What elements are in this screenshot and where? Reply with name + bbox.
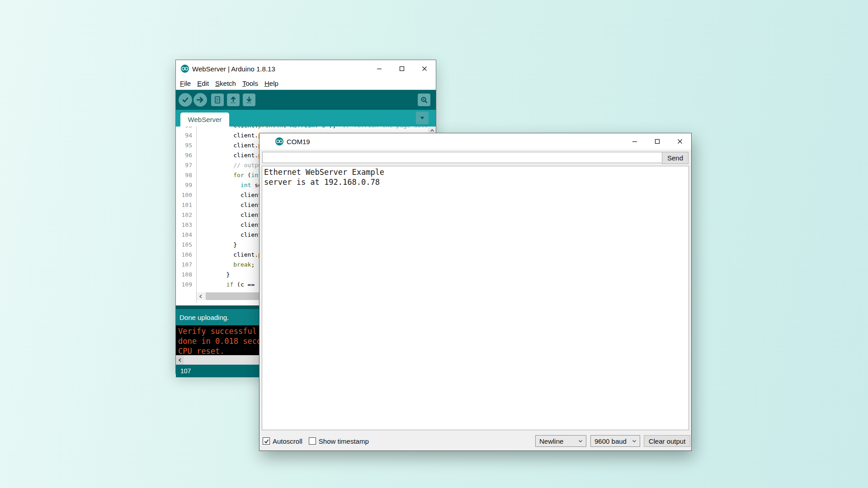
checkbox-unchecked[interactable] <box>309 437 316 445</box>
line-number: 99 <box>176 180 196 190</box>
arrow-down-icon <box>245 95 254 104</box>
arduino-logo-icon <box>275 137 284 146</box>
new-sketch-button[interactable] <box>211 94 224 106</box>
menu-tools[interactable]: Tools <box>239 80 261 87</box>
show-timestamp-checkbox[interactable]: Show timestamp <box>309 437 369 445</box>
menu-edit[interactable]: Edit <box>194 80 212 87</box>
serial-bottom-bar: Autoscroll Show timestamp Newline 9600 b… <box>259 432 691 450</box>
send-row: Send <box>259 150 691 166</box>
line-number: 102 <box>176 210 196 220</box>
checkbox-checked[interactable] <box>263 437 270 445</box>
maximize-button[interactable] <box>391 60 413 77</box>
chevron-left-icon <box>177 357 183 363</box>
line-number: 103 <box>176 220 196 230</box>
autoscroll-checkbox[interactable]: Autoscroll <box>263 437 302 445</box>
maximize-button[interactable] <box>646 133 669 150</box>
line-number: 100 <box>176 190 196 200</box>
open-sketch-button[interactable] <box>227 94 240 106</box>
code-text: client.println("Refresh: 5"); // refresh… <box>196 127 436 131</box>
line-ending-select[interactable]: Newline <box>535 435 586 447</box>
line-number: 93 <box>176 127 196 131</box>
line-number: 106 <box>176 250 196 260</box>
tabbar: WebServer <box>176 110 436 127</box>
serial-input[interactable] <box>262 152 663 163</box>
arrow-right-icon <box>196 95 205 104</box>
desktop: WebServer | Arduino 1.8.13 File Edit Ske… <box>0 0 868 488</box>
serial-monitor-button[interactable] <box>418 94 430 106</box>
line-number: 97 <box>176 160 196 170</box>
code-text: break; <box>196 260 255 270</box>
chevron-left-icon <box>198 294 203 299</box>
status-text: Done uploading. <box>179 314 229 321</box>
upload-button[interactable] <box>193 93 207 107</box>
minimize-button[interactable] <box>368 60 391 77</box>
line-number: 105 <box>176 240 196 250</box>
code-text: } <box>196 270 230 280</box>
window-title: COM19 <box>287 138 310 145</box>
serial-output-line: server is at 192.168.0.78 <box>264 177 689 187</box>
line-number: 107 <box>176 260 196 270</box>
line-number: 98 <box>176 170 196 180</box>
line-number: 108 <box>176 270 196 280</box>
tab-websesrver[interactable]: WebServer <box>180 113 229 127</box>
serial-output-area: Ethernet WebServer Exampleserver is at 1… <box>262 166 689 430</box>
window-title: WebServer | Arduino 1.8.13 <box>192 65 275 73</box>
check-icon <box>181 95 190 104</box>
menubar: File Edit Sketch Tools Help <box>176 77 436 90</box>
scroll-left-button[interactable] <box>197 292 204 300</box>
line-number: 95 <box>176 141 196 150</box>
baud-rate-select[interactable]: 9600 baud <box>590 435 640 447</box>
menu-file[interactable]: File <box>177 80 194 87</box>
arrow-up-icon <box>229 95 238 104</box>
serial-output-line: Ethernet WebServer Example <box>264 167 689 177</box>
chevron-down-icon <box>578 438 583 444</box>
chevron-up-icon <box>429 128 435 133</box>
check-icon <box>264 438 269 444</box>
arduino-logo-icon <box>180 64 189 73</box>
arduino-titlebar: WebServer | Arduino 1.8.13 <box>176 60 436 77</box>
scroll-left-button[interactable] <box>176 355 184 365</box>
minimize-button[interactable] <box>623 133 646 150</box>
serial-titlebar: COM19 <box>259 133 691 150</box>
line-number: 94 <box>176 131 196 141</box>
tab-list-dropdown-button[interactable] <box>416 112 429 124</box>
document-icon <box>213 95 222 104</box>
tab-label: WebServer <box>188 116 222 123</box>
line-number: 96 <box>176 150 196 160</box>
serial-monitor-window: COM19 Send Ethernet WebServer Exampleser… <box>259 133 692 451</box>
close-button[interactable] <box>669 133 691 150</box>
editor-line: 93 client.println("Refresh: 5"); // refr… <box>176 127 428 131</box>
menu-sketch[interactable]: Sketch <box>212 80 239 87</box>
close-button[interactable] <box>413 60 436 77</box>
chevron-down-icon <box>419 114 426 122</box>
toolbar <box>176 90 436 110</box>
serial-output-lines: Ethernet WebServer Exampleserver is at 1… <box>264 167 689 187</box>
send-button[interactable]: Send <box>662 152 689 164</box>
verify-button[interactable] <box>179 93 192 107</box>
code-text: } <box>196 240 237 250</box>
line-number: 109 <box>176 280 196 290</box>
save-sketch-button[interactable] <box>243 94 255 106</box>
clear-output-button[interactable]: Clear output <box>644 435 690 447</box>
current-line-indicator: 107 <box>180 367 191 375</box>
menu-help[interactable]: Help <box>261 80 282 87</box>
line-number: 101 <box>176 200 196 210</box>
magnifier-icon <box>420 95 429 104</box>
chevron-down-icon <box>632 438 637 444</box>
line-number: 104 <box>176 230 196 240</box>
